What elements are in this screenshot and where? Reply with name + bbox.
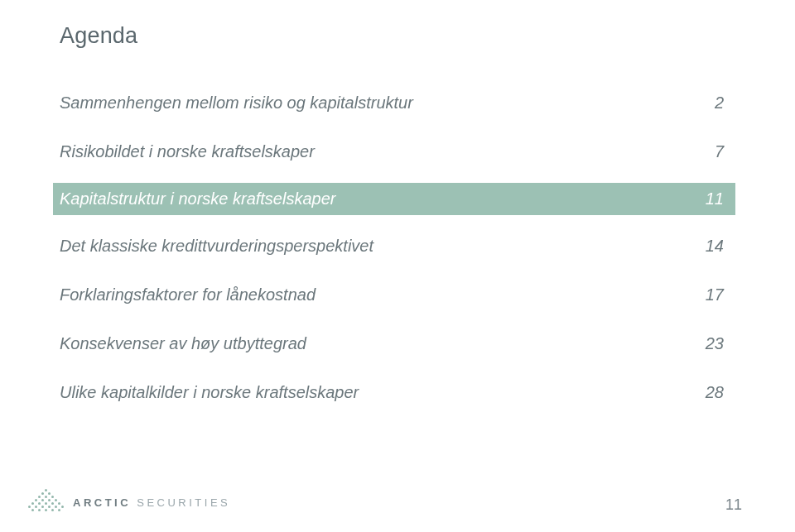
agenda-item-page: 23 [691,334,724,353]
page-number: 11 [725,496,742,514]
agenda-item-page: 2 [691,93,724,113]
agenda-item-label: Risikobildet i norske kraftselskaper [60,142,691,161]
brand-bold: ARCTIC [73,496,131,509]
agenda-item: Ulike kapitalkilder i norske kraftselska… [60,375,735,410]
agenda-item-active: Kapitalstruktur i norske kraftselskaper … [53,183,735,215]
brand-light: SECURITIES [137,496,230,509]
logo-icon [26,489,65,515]
agenda-list: Sammenhengen mellom risiko og kapitalstr… [60,85,735,424]
agenda-item: Konsekvenser av høy utbyttegrad 23 [60,326,735,362]
agenda-item-label: Konsekvenser av høy utbyttegrad [60,334,691,353]
agenda-item-page: 14 [691,237,724,256]
slide-content: Agenda Sammenhengen mellom risiko og kap… [0,0,795,424]
agenda-item-label: Forklaringsfaktorer for lånekostnad [60,285,691,304]
agenda-item-label: Sammenhengen mellom risiko og kapitalstr… [60,93,691,113]
agenda-item-page: 7 [691,142,724,161]
page-title: Agenda [60,23,735,49]
agenda-item: Forklaringsfaktorer for lånekostnad 17 [60,277,735,313]
agenda-item-label: Ulike kapitalkilder i norske kraftselska… [60,383,691,402]
agenda-item-page: 17 [691,285,724,304]
agenda-item-page: 28 [691,383,724,402]
brand-text: ARCTIC SECURITIES [73,496,230,509]
agenda-item-label: Kapitalstruktur i norske kraftselskaper [60,189,691,208]
agenda-item: Sammenhengen mellom risiko og kapitalstr… [60,85,735,121]
agenda-item-label: Det klassiske kredittvurderingsperspekti… [60,237,691,256]
footer-brand: ARCTIC SECURITIES [26,489,230,515]
agenda-item-page: 11 [691,189,724,208]
agenda-item: Risikobildet i norske kraftselskaper 7 [60,134,735,170]
agenda-item: Det klassiske kredittvurderingsperspekti… [60,228,735,264]
